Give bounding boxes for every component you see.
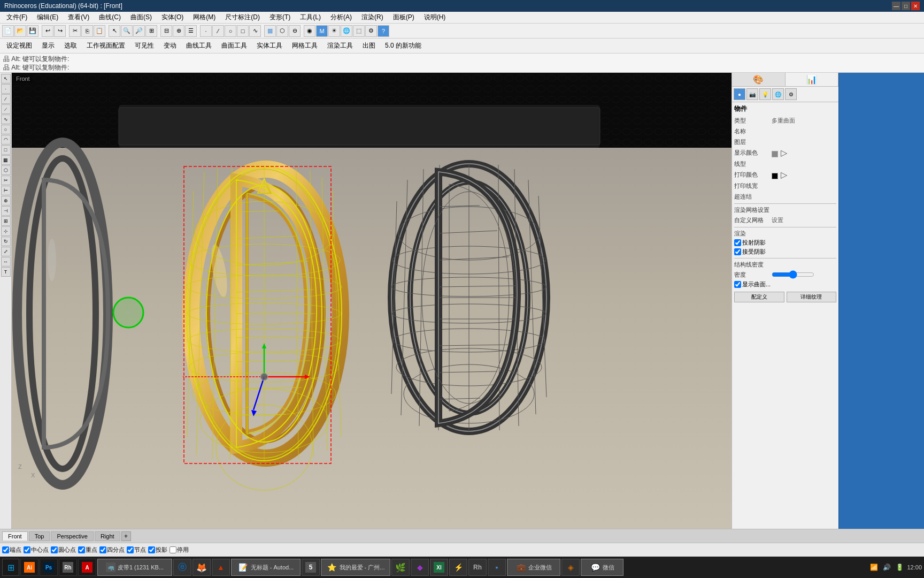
menu-view[interactable]: 查看(V) <box>64 12 94 23</box>
rp-tab-render[interactable]: 🎨 <box>732 73 786 86</box>
line-button[interactable]: ∕ <box>212 25 224 37</box>
tb2-new-features[interactable]: 5.0 的新功能 <box>381 40 426 51</box>
vp-tab-right[interactable]: Right <box>95 531 120 541</box>
new-button[interactable]: 📄 <box>2 25 14 37</box>
tb2-solid-tools[interactable]: 实体工具 <box>252 40 287 51</box>
tb2-mesh-tools[interactable]: 网格工具 <box>288 40 322 51</box>
rp-settings-icon[interactable]: ⚙ <box>785 88 797 100</box>
menu-panel[interactable]: 面板(P) <box>389 12 419 23</box>
taskbar-app5[interactable]: ⚡ <box>449 559 467 576</box>
left-polyline[interactable]: ⟋ <box>1 104 11 114</box>
rp-tab-properties[interactable]: 📊 <box>786 73 839 86</box>
rp-light-icon[interactable]: 💡 <box>759 88 771 100</box>
taskbar-browser[interactable]: 🦊 <box>192 559 211 576</box>
point-button[interactable]: · <box>200 25 212 37</box>
snap-button[interactable]: ⊕ <box>173 25 184 37</box>
taskbar-ps[interactable]: Ps <box>40 559 58 576</box>
menu-help[interactable]: 说明(H) <box>420 12 450 23</box>
snap-quad-check[interactable] <box>99 546 106 553</box>
tb2-setview[interactable]: 设定视图 <box>2 40 36 51</box>
left-circle[interactable]: ○ <box>1 125 11 134</box>
taskbar-wechat[interactable]: 💬 微信 <box>581 559 623 576</box>
save-button[interactable]: 💾 <box>27 25 38 37</box>
snap-near-check[interactable] <box>78 546 85 553</box>
grid-button[interactable]: ⊟ <box>160 25 172 37</box>
tb2-visible[interactable]: 可见性 <box>130 40 158 51</box>
copy-button[interactable]: ⎘ <box>81 25 93 37</box>
texture-btn[interactable]: ⬚ <box>353 25 365 37</box>
light-btn[interactable]: ☀ <box>328 25 340 37</box>
viewport-area[interactable]: Z X Front <box>12 73 732 529</box>
tb2-print[interactable]: 出图 <box>358 40 380 51</box>
circle-button[interactable]: ○ <box>225 25 236 37</box>
menu-dim[interactable]: 尺寸标注(D) <box>221 12 264 23</box>
undo-button[interactable]: ↩ <box>42 25 53 37</box>
menu-edit[interactable]: 编辑(E) <box>33 12 63 23</box>
detail-button[interactable]: 详细纹理 <box>787 292 837 302</box>
taskbar-num5[interactable]: 5 <box>302 559 320 576</box>
tray-network[interactable]: 📶 <box>868 562 879 573</box>
left-surface[interactable]: ▦ <box>1 155 11 165</box>
curve-button[interactable]: ∿ <box>249 25 261 37</box>
show-surface-check[interactable] <box>734 281 741 288</box>
taskbar-app6[interactable]: Rh <box>468 559 487 576</box>
left-rect[interactable]: □ <box>1 145 11 155</box>
taskbar-ie[interactable]: ⓔ <box>173 559 191 576</box>
surface-button[interactable]: ▦ <box>264 25 276 37</box>
close-button[interactable]: ✕ <box>911 2 920 10</box>
left-trim[interactable]: ✂ <box>1 176 11 185</box>
rect-button[interactable]: □ <box>237 25 249 37</box>
tb2-select[interactable]: 选取 <box>60 40 81 51</box>
render-btn[interactable]: ◉ <box>304 25 315 37</box>
tb2-curve-tools[interactable]: 曲线工具 <box>182 40 216 51</box>
left-join[interactable]: ⊕ <box>1 196 11 206</box>
tb2-display[interactable]: 显示 <box>37 40 59 51</box>
material-btn[interactable]: M <box>316 25 328 37</box>
taskbar-app1[interactable]: ▲ <box>212 559 230 576</box>
settings-btn[interactable]: ⚙ <box>365 25 377 37</box>
snap-endpoint-check[interactable] <box>2 546 9 553</box>
left-move[interactable]: ⊹ <box>1 226 11 236</box>
cut-button[interactable]: ✂ <box>69 25 81 37</box>
menu-curve[interactable]: 曲线(C) <box>95 12 125 23</box>
layer-button[interactable]: ☰ <box>185 25 197 37</box>
left-mirror[interactable]: ⊣ <box>1 206 11 216</box>
tray-volume[interactable]: 🔊 <box>881 562 892 573</box>
zoom-in-button[interactable]: 🔍 <box>121 25 133 37</box>
left-line[interactable]: ∕ <box>1 94 11 104</box>
vp-tab-perspective[interactable]: Perspective <box>51 531 93 541</box>
left-point[interactable]: · <box>1 84 11 94</box>
receive-shadow-check[interactable] <box>734 248 741 255</box>
select-button[interactable]: ↖ <box>109 25 120 37</box>
minimize-button[interactable]: — <box>892 2 900 10</box>
env-btn[interactable]: 🌐 <box>341 25 352 37</box>
start-button[interactable]: ⊞ <box>2 559 19 576</box>
taskbar-app8[interactable]: ◈ <box>561 559 580 576</box>
zoom-ext-button[interactable]: ⊞ <box>145 25 157 37</box>
tb2-transform[interactable]: 变动 <box>159 40 181 51</box>
left-rotate[interactable]: ↻ <box>1 237 11 246</box>
boolean-button[interactable]: ⊖ <box>289 25 301 37</box>
taskbar-rhino[interactable]: Rh <box>59 559 77 576</box>
snap-center-check[interactable] <box>51 546 58 553</box>
tray-battery[interactable]: 🔋 <box>894 562 905 573</box>
vp-tab-front[interactable]: Front <box>2 531 28 541</box>
taskbar-ai[interactable]: Ai <box>20 559 38 576</box>
menu-tools[interactable]: 工具(L) <box>296 12 325 23</box>
density-slider[interactable] <box>772 270 814 279</box>
vp-tab-top[interactable]: Top <box>29 531 50 541</box>
left-text[interactable]: T <box>1 267 11 277</box>
menu-analysis[interactable]: 分析(A) <box>326 12 356 23</box>
left-curve[interactable]: ∿ <box>1 115 11 124</box>
open-button[interactable]: 📂 <box>14 25 26 37</box>
left-dim[interactable]: ↔ <box>1 257 11 267</box>
menu-mesh[interactable]: 网格(M) <box>189 12 220 23</box>
left-solid[interactable]: ⬡ <box>1 165 11 175</box>
snap-midpoint-check[interactable] <box>24 546 30 553</box>
left-array[interactable]: ⊞ <box>1 216 11 226</box>
snap-project-check[interactable] <box>148 546 155 553</box>
tb2-render-tools[interactable]: 渲染工具 <box>323 40 357 51</box>
left-split[interactable]: ⊢ <box>1 186 11 195</box>
paste-button[interactable]: 📋 <box>94 25 105 37</box>
rp-camera-icon[interactable]: 📷 <box>746 88 758 100</box>
